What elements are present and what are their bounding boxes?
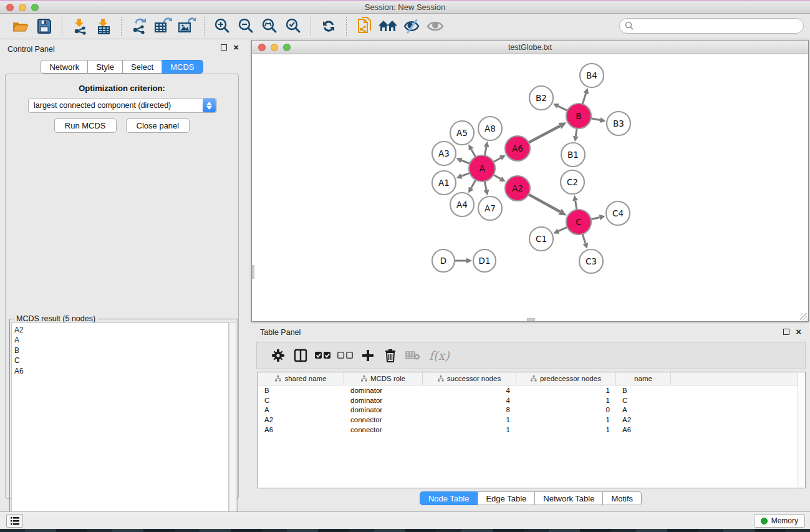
float-panel-icon[interactable] (221, 44, 227, 51)
graph-node-A1[interactable]: A1 (432, 171, 456, 195)
table-cell[interactable]: 1 (423, 416, 516, 423)
edge-A-A6[interactable] (493, 158, 501, 162)
table-cell[interactable]: 4 (423, 387, 516, 394)
table-cell[interactable]: A6 (616, 426, 671, 433)
table-cell[interactable]: 1 (516, 416, 616, 423)
graph-node-A4[interactable]: A4 (450, 193, 474, 216)
graph-node-A8[interactable]: A8 (478, 117, 502, 140)
graph-node-A2[interactable]: A2 (505, 176, 530, 201)
table-cell[interactable]: 1 (516, 397, 616, 404)
tab-style[interactable]: Style (88, 60, 123, 74)
import-network-icon[interactable] (70, 17, 90, 36)
zoom-fit-icon[interactable] (259, 17, 279, 36)
column-header-successor-nodes[interactable]: successor nodes (423, 372, 516, 385)
zoom-in-icon[interactable] (212, 17, 232, 36)
graph-node-B1[interactable]: B1 (561, 143, 585, 167)
table-cell[interactable]: 1 (516, 387, 616, 394)
search-field[interactable] (619, 18, 804, 34)
table-cell[interactable]: 4 (423, 397, 516, 404)
tab-network[interactable]: Network (41, 60, 88, 74)
table-row[interactable]: A2connector11A2 (258, 415, 805, 425)
network-graph[interactable]: B4B2BB3A8A5B1A3A6AA1C2A2A4A7CC4C1C3DD1 (252, 54, 808, 321)
table-cell[interactable]: dominator (344, 397, 423, 404)
show-column-panel-icon[interactable] (289, 346, 312, 365)
tab-mcds[interactable]: MCDS (162, 60, 203, 74)
function-builder-icon[interactable]: f(x) (429, 349, 450, 362)
show-graphics-eye-icon[interactable] (425, 17, 445, 36)
memory-button[interactable]: Memory (754, 514, 805, 528)
export-network-icon[interactable] (129, 17, 149, 36)
deselect-all-checkboxes-icon[interactable] (334, 346, 357, 365)
criterion-dropdown[interactable]: largest connected component (directed) (28, 98, 217, 113)
network-canvas[interactable]: B4B2BB3A8A5B1A3A6AA1C2A2A4A7CC4C1C3DD1 (252, 54, 808, 321)
table-cell[interactable]: A (258, 406, 344, 414)
table-cell[interactable]: connector (344, 416, 423, 423)
table-cell[interactable]: B (258, 387, 344, 394)
graph-node-D[interactable]: D (432, 249, 455, 272)
result-item[interactable]: C (14, 355, 228, 365)
table-scrollbar[interactable] (798, 372, 805, 488)
column-header-shared-name[interactable]: shared name (258, 372, 344, 385)
table-row[interactable]: A6connector11A6 (258, 425, 805, 435)
graph-node-A6[interactable]: A6 (505, 136, 530, 161)
table-cell[interactable]: dominator (344, 387, 423, 394)
edge-A-A3[interactable] (461, 160, 470, 163)
table-cell[interactable]: A6 (258, 426, 344, 433)
result-item[interactable]: B (14, 346, 228, 355)
graph-node-C1[interactable]: C1 (529, 227, 553, 251)
edge-A6-B[interactable] (529, 126, 560, 143)
graph-node-C4[interactable]: C4 (606, 201, 630, 225)
close-panel-icon[interactable]: × (233, 44, 239, 51)
graph-node-A7[interactable]: A7 (478, 196, 502, 220)
import-table-icon[interactable] (94, 17, 113, 36)
table-cell[interactable]: B (616, 387, 671, 394)
edge-B-B1[interactable] (576, 128, 577, 137)
edge-C-C2[interactable] (576, 201, 577, 210)
result-list-scrollbar[interactable] (229, 322, 236, 530)
zoom-selected-icon[interactable] (283, 17, 303, 36)
export-table-icon[interactable] (153, 17, 173, 36)
table-row[interactable]: Cdominator41C (258, 395, 805, 405)
delete-table-icon[interactable] (402, 346, 424, 365)
graph-node-C[interactable]: C (566, 210, 591, 235)
graph-node-C3[interactable]: C3 (579, 249, 603, 273)
table-tab-network-table[interactable]: Network Table (535, 491, 603, 505)
table-row[interactable]: Bdominator41B (258, 385, 805, 395)
save-session-icon[interactable] (34, 17, 54, 36)
refresh-icon[interactable] (319, 17, 339, 36)
network-from-document-icon[interactable] (354, 17, 374, 36)
edge-A-A5[interactable] (471, 149, 476, 157)
run-mcds-button[interactable]: Run MCDS (54, 118, 117, 133)
edge-C-C1[interactable] (558, 227, 567, 231)
edge-A-A7[interactable] (485, 181, 486, 190)
table-cell[interactable]: C (616, 397, 671, 404)
tab-select[interactable]: Select (123, 60, 162, 74)
table-cell[interactable]: dominator (344, 406, 423, 414)
close-table-panel-icon[interactable]: × (796, 329, 801, 335)
table-tab-motifs[interactable]: Motifs (603, 491, 642, 505)
column-header-MCDS-role[interactable]: MCDS role (344, 372, 423, 385)
table-cell[interactable]: A2 (616, 416, 671, 423)
edge-A-A8[interactable] (485, 147, 486, 155)
export-image-icon[interactable] (176, 17, 196, 36)
edge-C-C4[interactable] (591, 218, 600, 220)
graph-node-A3[interactable]: A3 (432, 142, 456, 165)
edge-A-A2[interactable] (493, 175, 501, 179)
graph-node-A[interactable]: A (469, 155, 495, 181)
table-cell[interactable]: A2 (258, 416, 344, 423)
table-cell[interactable]: C (258, 397, 344, 404)
edge-B-B2[interactable] (558, 106, 567, 110)
column-header-predecessor-nodes[interactable]: predecessor nodes (516, 372, 616, 385)
result-item[interactable]: A2 (14, 325, 228, 335)
home-icon[interactable] (378, 17, 398, 36)
graph-node-C2[interactable]: C2 (561, 170, 584, 194)
column-header-name[interactable]: name (616, 372, 671, 385)
mcds-result-list[interactable]: A2ABCA6 (11, 322, 229, 530)
table-tab-node-table[interactable]: Node Table (420, 491, 478, 505)
network-window-titlebar[interactable]: testGlobe.txt (252, 41, 808, 54)
open-session-icon[interactable] (11, 17, 31, 36)
edge-A2-C[interactable] (529, 195, 561, 212)
graph-node-D1[interactable]: D1 (473, 249, 496, 272)
show-panels-list-button[interactable] (6, 514, 23, 528)
table-cell[interactable]: 1 (423, 426, 516, 433)
